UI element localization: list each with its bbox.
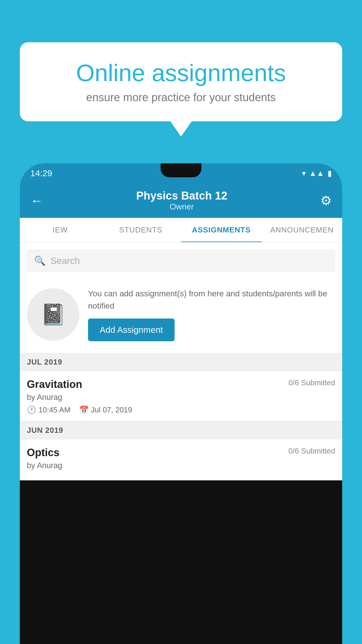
speech-bubble-container: Online assignments ensure more practice … — [20, 42, 342, 121]
status-bar: 14:29 ▾ ▲▲ ▮ — [20, 163, 342, 183]
header-center: Physics Batch 12 Owner — [136, 190, 227, 211]
batch-title: Physics Batch 12 — [136, 190, 227, 202]
assignment-by-gravitation: by Anurag — [27, 393, 335, 402]
signal-icon: ▲▲ — [309, 169, 324, 178]
phone-screen: 14:29 ▾ ▲▲ ▮ ← Physics Batch 12 Owner ⚙ … — [20, 163, 342, 480]
status-time: 14:29 — [30, 168, 52, 178]
search-icon: 🔍 — [34, 255, 46, 266]
assignment-name-gravitation: Gravitation — [27, 378, 82, 391]
search-placeholder: Search — [50, 256, 80, 266]
empty-icon-circle: 📓 — [27, 288, 79, 341]
assignment-by-optics: by Anurag — [27, 461, 335, 470]
assignment-meta-gravitation: 🕐 10:45 AM 📅 Jul 07, 2019 — [27, 405, 335, 414]
bubble-subtitle: ensure more practice for your students — [40, 91, 322, 104]
section-header-jun: JUN 2019 — [20, 421, 342, 440]
empty-state: 📓 You can add assignment(s) from here an… — [20, 279, 342, 353]
empty-text-block: You can add assignment(s) from here and … — [88, 288, 335, 341]
settings-icon[interactable]: ⚙ — [320, 193, 332, 208]
assignment-submitted-gravitation: 0/6 Submitted — [289, 378, 335, 387]
notebook-icon: 📓 — [41, 302, 66, 326]
tab-overview[interactable]: IEW — [20, 218, 101, 242]
app-header: ← Physics Batch 12 Owner ⚙ — [20, 183, 342, 218]
battery-icon: ▮ — [328, 169, 332, 178]
tab-assignments[interactable]: ASSIGNMENTS — [181, 218, 262, 242]
calendar-icon: 📅 — [79, 405, 89, 414]
wifi-icon: ▾ — [302, 169, 306, 178]
assignment-name-optics: Optics — [27, 447, 59, 459]
back-button[interactable]: ← — [30, 193, 43, 208]
search-bar[interactable]: 🔍 Search — [27, 250, 335, 272]
assignment-submitted-optics: 0/6 Submitted — [289, 447, 335, 456]
assignment-item-gravitation[interactable]: Gravitation 0/6 Submitted by Anurag 🕐 10… — [20, 371, 342, 421]
assignment-date-gravitation: 📅 Jul 07, 2019 — [79, 405, 132, 414]
phone-frame: 14:29 ▾ ▲▲ ▮ ← Physics Batch 12 Owner ⚙ … — [20, 163, 342, 644]
tab-announcements[interactable]: ANNOUNCEMEN — [262, 218, 342, 242]
app-content: 🔍 Search 📓 You can add assignment(s) fro… — [20, 250, 342, 480]
section-header-jul: JUL 2019 — [20, 353, 342, 371]
tabs-bar: IEW STUDENTS ASSIGNMENTS ANNOUNCEMEN — [20, 218, 342, 243]
notch — [161, 163, 201, 177]
assignment-time-gravitation: 🕐 10:45 AM — [27, 405, 71, 414]
add-assignment-button[interactable]: Add Assignment — [88, 318, 175, 341]
tab-students[interactable]: STUDENTS — [101, 218, 181, 242]
empty-description: You can add assignment(s) from here and … — [88, 288, 335, 312]
assignment-row-top: Gravitation 0/6 Submitted — [27, 378, 335, 391]
speech-bubble: Online assignments ensure more practice … — [20, 42, 342, 121]
status-icons: ▾ ▲▲ ▮ — [302, 169, 332, 178]
assignment-item-optics[interactable]: Optics 0/6 Submitted by Anurag — [20, 440, 342, 480]
clock-icon: 🕐 — [27, 405, 36, 414]
bubble-title: Online assignments — [40, 60, 322, 86]
assignment-row-top-optics: Optics 0/6 Submitted — [27, 447, 335, 459]
batch-subtitle: Owner — [136, 202, 227, 211]
